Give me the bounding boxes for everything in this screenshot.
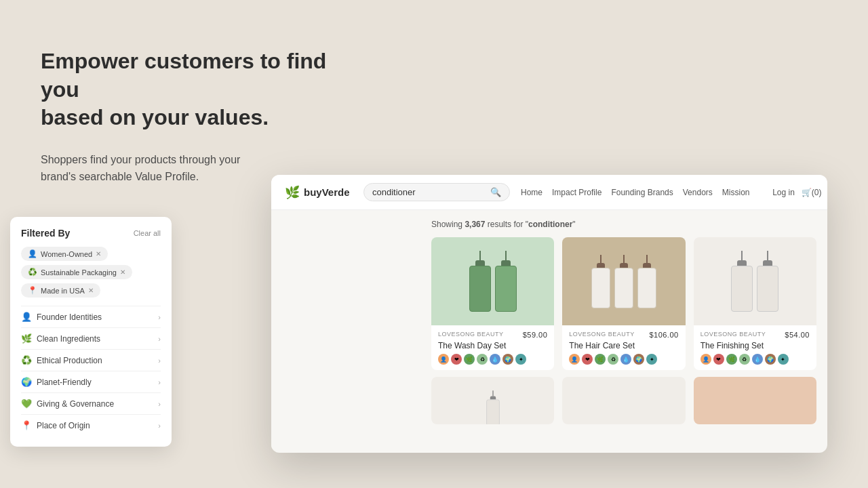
remove-tag-button[interactable]: ✕ [96,250,101,258]
tag-label: Made in USA [41,287,85,295]
headline: Empower customers to find youbased on yo… [41,47,346,132]
filter-label: Giving & Governance [37,399,114,409]
filter-clean-ingredients[interactable]: 🌿 Clean Ingredients › [21,327,161,349]
remove-tag-button[interactable]: ✕ [120,268,125,276]
clean-icon: 🌿 [21,333,32,344]
badge: 👤 [701,354,711,365]
sidebar [271,210,420,449]
cart-icon[interactable]: 🛒(0) [802,188,822,197]
badge: 👤 [438,354,449,365]
product-name-1: The Wash Day Set [438,341,547,350]
badge: 🌿 [726,354,737,365]
chevron-icon: › [158,422,161,430]
badge: 🌍 [633,354,644,365]
chevron-icon: › [158,378,161,386]
filter-founder-identities[interactable]: 👤 Founder Identities › [21,306,161,327]
badge: ♻ [608,354,618,365]
badge: ✦ [515,354,526,365]
results-query: conditioner [528,220,572,229]
partial-image [562,377,685,424]
filter-title: Filtered By [21,228,70,239]
nav-founding[interactable]: Founding Brands [611,188,673,197]
brand-2: LOVESONG BEAUTY [569,331,635,339]
product-card[interactable]: LOVESONG BEAUTY $54.00 The Finishing Set… [694,237,816,370]
chevron-icon: › [158,400,161,408]
product-image-3 [694,237,816,325]
price-2: $106.00 [649,331,678,339]
filter-tag-women-owned[interactable]: 👤 Women-Owned ✕ [21,247,108,261]
product-card[interactable]: LOVESONG BEAUTY $59.00 The Wash Day Set … [431,237,554,370]
badge: 🌿 [595,354,606,365]
nav-impact[interactable]: Impact Profile [552,188,601,197]
partial-product-card [562,377,685,424]
badge: 👤 [569,354,580,365]
hero-content: Empower customers to find youbased on yo… [41,47,346,186]
origin-icon: 📍 [21,420,32,430]
filter-place-of-origin[interactable]: 📍 Place of Origin › [21,414,161,436]
filter-header: Filtered By Clear all [21,228,161,239]
chevron-icon: › [158,335,161,343]
product-image-2 [562,237,685,325]
browser-window: 🌿 buyVerde 🔍 Home Impact Profile Foundin… [271,175,827,453]
partial-image [431,377,554,424]
badges-3: 👤 ❤ 🌿 ♻ 💧 🌍 ✦ [701,354,810,365]
chevron-icon: › [158,357,161,365]
filter-label: Ethical Production [37,356,102,365]
remove-tag-button[interactable]: ✕ [88,287,94,294]
nav-bar: 🌿 buyVerde 🔍 Home Impact Profile Foundin… [271,175,827,210]
badge: ♻ [739,354,750,365]
badge: 🌍 [502,354,513,365]
founder-icon: 👤 [21,312,32,322]
partial-product-card [431,377,554,424]
filter-label: Clean Ingredients [37,334,100,344]
search-icon: 🔍 [490,187,501,197]
badge: 🌍 [765,354,776,365]
badge: ✦ [646,354,657,365]
nav-mission[interactable]: Mission [722,188,750,197]
badge: ❤ [713,354,724,365]
badge: ❤ [451,354,462,365]
second-row [431,377,816,424]
chevron-icon: › [158,313,161,321]
tag-label: Women-Owned [41,250,92,258]
sustainable-icon: ♻️ [28,268,37,277]
women-owned-icon: 👤 [28,249,37,258]
logo[interactable]: 🌿 buyVerde [285,185,353,200]
tag-label: Sustainable Packaging [41,268,117,277]
nav-links: Home Impact Profile Founding Brands Vend… [521,188,750,197]
filter-giving-governance[interactable]: 💚 Giving & Governance › [21,392,161,414]
badge: 🌿 [464,354,475,365]
main-content: Showing 3,367 results for "conditioner" [420,210,827,449]
product-info-1: LOVESONG BEAUTY $59.00 The Wash Day Set … [431,325,554,370]
search-bar[interactable]: 🔍 [363,183,510,201]
nav-vendors[interactable]: Vendors [683,188,713,197]
partial-image [694,377,816,424]
brand-1: LOVESONG BEAUTY [438,331,504,339]
search-input[interactable] [372,187,486,197]
badge: ❤ [582,354,593,365]
product-card[interactable]: LOVESONG BEAUTY $106.00 The Hair Care Se… [562,237,685,370]
badge: 💧 [620,354,631,365]
filter-ethical-production[interactable]: ♻️ Ethical Production › [21,349,161,371]
badge: ✦ [778,354,789,365]
filter-planet-friendly[interactable]: 🌍 Planet-Friendly › [21,371,161,392]
logo-text: buyVerde [304,186,350,198]
badge: ♻ [477,354,488,365]
filter-tag-sustainable[interactable]: ♻️ Sustainable Packaging ✕ [21,265,132,279]
badges-1: 👤 ❤ 🌿 ♻ 💧 🌍 ✦ [438,354,547,365]
filter-label: Planet-Friendly [37,378,92,387]
ethical-icon: ♻️ [21,355,32,365]
login-link[interactable]: Log in [772,188,795,197]
price-1: $59.00 [523,331,548,339]
filter-label: Founder Identities [37,312,102,322]
usa-icon: 📍 [28,286,37,295]
filter-tag-usa[interactable]: 📍 Made in USA ✕ [21,283,100,298]
brand-3: LOVESONG BEAUTY [701,331,766,339]
planet-icon: 🌍 [21,377,32,387]
badge: 💧 [490,354,500,365]
filter-label: Place of Origin [37,421,90,430]
products-grid: LOVESONG BEAUTY $59.00 The Wash Day Set … [431,237,816,370]
logo-icon: 🌿 [285,185,300,200]
clear-all-button[interactable]: Clear all [134,229,161,237]
nav-home[interactable]: Home [521,188,542,197]
